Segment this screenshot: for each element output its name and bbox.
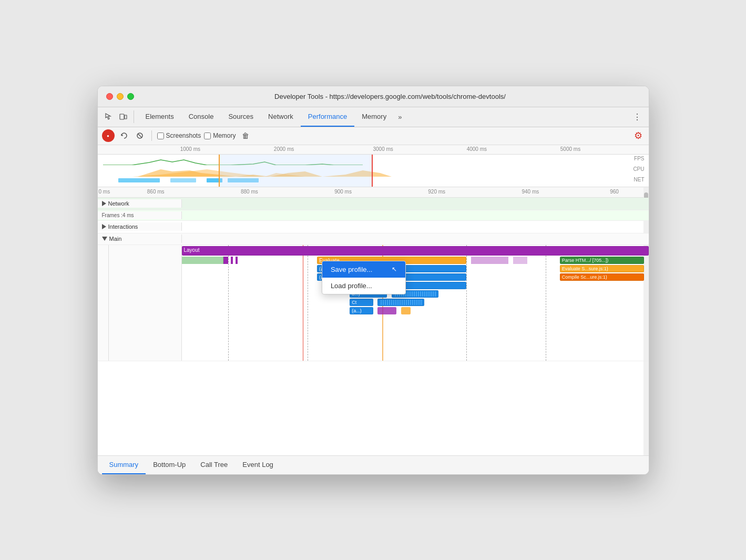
window-title: Developer Tools - https://developers.goo… xyxy=(140,93,640,100)
interactions-expand-icon[interactable] xyxy=(102,224,106,229)
bottom-tab-event-log[interactable]: Event Log xyxy=(235,455,281,474)
reload-button[interactable] xyxy=(118,129,130,142)
evaluate-s-block[interactable]: Evaluate S...sure.js:1) xyxy=(560,265,644,272)
settings-gear-icon[interactable]: ⚙ xyxy=(632,129,645,142)
fps-label: FPS xyxy=(634,156,644,161)
maximize-button[interactable] xyxy=(127,93,134,100)
track-main-content: Layout Evaluate... xyxy=(98,245,649,361)
bottom-tabs-bar: Summary Bottom-Up Call Tree Event Log xyxy=(98,455,649,474)
track-network: Network :S6g4U3t-Y5UEw0IE80IlgEseQY3FEmq… xyxy=(98,198,649,210)
memory-label: Memory xyxy=(213,132,236,139)
memory-checkbox[interactable] xyxy=(204,133,211,139)
close-button[interactable] xyxy=(106,93,113,100)
timeline-overview[interactable]: 1000 ms 2000 ms 3000 ms 4000 ms 5000 ms xyxy=(98,145,649,187)
cursor-icon: ↖ xyxy=(392,266,397,273)
toolbar-sep-1 xyxy=(151,130,152,141)
layout-block[interactable]: Layout xyxy=(182,246,649,256)
a-block[interactable]: (a...) xyxy=(350,307,373,314)
performance-toolbar: ● Screenshots Memory 🗑 ⚙ xyxy=(98,127,649,145)
devtools-tabs-bar: Elements Console Sources Network Perform… xyxy=(98,107,649,127)
flame-tick-860: 860 ms xyxy=(147,189,165,195)
compile-sc-block[interactable]: Compile Sc...ure.js:1) xyxy=(560,273,644,281)
parse-html-block[interactable]: Parse HTM.../ [705...]) xyxy=(560,257,644,264)
svg-rect-0 xyxy=(120,114,124,119)
load-profile-menu-item[interactable]: Load profile... xyxy=(322,278,405,294)
record-button[interactable]: ● xyxy=(102,129,115,142)
nav-icons xyxy=(102,110,134,123)
svg-rect-1 xyxy=(125,115,127,119)
flame-tick-0: 0 ms xyxy=(99,189,110,195)
trash-button[interactable]: 🗑 xyxy=(239,129,252,142)
ruler-tick-4000: 4000 ms xyxy=(467,146,487,152)
bottom-tab-call-tree[interactable]: Call Tree xyxy=(193,455,235,474)
title-bar: Developer Tools - https://developers.goo… xyxy=(98,86,649,107)
tab-sources[interactable]: Sources xyxy=(221,107,261,127)
devtools-menu-button[interactable]: ⋮ xyxy=(630,109,645,124)
main-collapse-icon[interactable] xyxy=(102,237,107,241)
main-label-text: Main xyxy=(109,236,122,242)
cpu-label: CPU xyxy=(633,166,644,172)
open-paren2-block[interactable] xyxy=(377,299,424,306)
tab-network[interactable]: Network xyxy=(261,107,301,127)
ruler-tick-5000: 5000 ms xyxy=(560,146,580,152)
flame-tick-900: 900 ms xyxy=(334,189,352,195)
context-menu: Save profile... ↖ Load profile... xyxy=(322,261,406,294)
devtools-window: Developer Tools - https://developers.goo… xyxy=(97,86,649,475)
frames-label-text: Frames :4 ms xyxy=(102,212,134,218)
tab-console[interactable]: Console xyxy=(181,107,221,127)
tab-more-button[interactable]: » xyxy=(394,107,406,127)
flame-tick-940: 940 ms xyxy=(522,189,539,195)
save-profile-menu-item[interactable]: Save profile... ↖ xyxy=(322,261,405,278)
network-expand-icon[interactable] xyxy=(102,201,106,206)
track-interactions: Interactions xyxy=(98,221,649,233)
flame-ruler: 0 ms 860 ms 880 ms 900 ms 920 ms 940 ms … xyxy=(98,187,649,198)
timeline-ruler: 1000 ms 2000 ms 3000 ms 4000 ms 5000 ms xyxy=(98,145,649,155)
main-track-label: Main xyxy=(98,235,182,243)
inspect-icon[interactable] xyxy=(102,110,115,123)
track-main-header: Main xyxy=(98,233,649,245)
flamechart-area: 0 ms 860 ms 880 ms 900 ms 920 ms 940 ms … xyxy=(98,187,649,455)
svg-line-3 xyxy=(138,134,142,138)
timeline-tracks: FPS CPU NET xyxy=(98,155,649,187)
screenshots-checkbox-group[interactable]: Screenshots xyxy=(157,132,201,139)
frames-track-label: Frames :4 ms xyxy=(98,211,182,219)
screenshots-label: Screenshots xyxy=(166,132,201,139)
flame-tick-880: 880 ms xyxy=(241,189,258,195)
tab-memory[interactable]: Memory xyxy=(354,107,394,127)
ct-block[interactable]: Ct xyxy=(350,299,373,306)
interactions-track-label: Interactions xyxy=(98,222,182,231)
flame-tick-960: 960 xyxy=(610,189,619,195)
tab-elements[interactable]: Elements xyxy=(138,107,181,127)
ruler-tick-1000: 1000 ms xyxy=(180,146,200,152)
tab-performance[interactable]: Performance xyxy=(301,107,354,127)
screenshots-checkbox[interactable] xyxy=(157,133,164,139)
traffic-lights xyxy=(106,93,134,100)
device-toggle-icon[interactable] xyxy=(117,110,129,123)
network-label-text: Network xyxy=(108,200,129,207)
main-flame-label xyxy=(98,245,182,361)
ruler-tick-2000: 2000 ms xyxy=(274,146,294,152)
main-flame-content[interactable]: Layout Evaluate... xyxy=(182,245,649,361)
bottom-tab-bottom-up[interactable]: Bottom-Up xyxy=(146,455,193,474)
minimize-button[interactable] xyxy=(117,93,124,100)
bottom-tab-summary[interactable]: Summary xyxy=(102,455,146,474)
track-frames: Frames :4 ms 31.0 ms 100.0 ms xyxy=(98,210,649,221)
memory-checkbox-group[interactable]: Memory xyxy=(204,132,236,139)
network-track-label: Network xyxy=(98,199,182,208)
flame-tick-920: 920 ms xyxy=(428,189,445,195)
clear-button[interactable] xyxy=(134,129,146,142)
net-label: NET xyxy=(634,177,645,182)
ruler-tick-3000: 3000 ms xyxy=(373,146,393,152)
interactions-label-text: Interactions xyxy=(108,223,138,230)
